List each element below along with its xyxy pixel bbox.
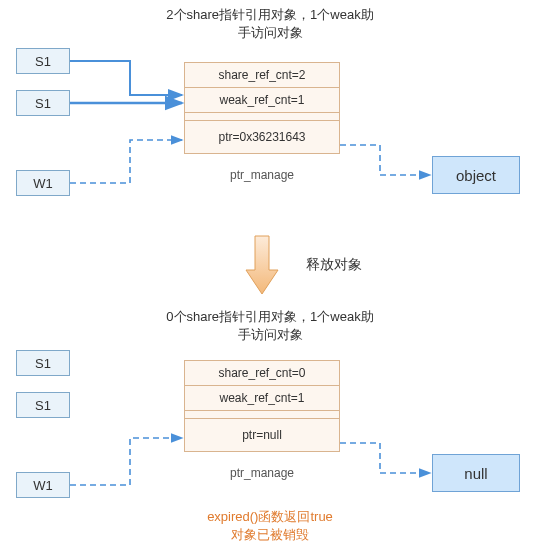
footer-line2: 对象已被销毁	[231, 527, 309, 542]
top-gap	[185, 113, 339, 121]
bottom-share-ref: share_ref_cnt=0	[185, 361, 339, 386]
bottom-weak-ref: weak_ref_cnt=1	[185, 386, 339, 411]
top-object-label: object	[456, 167, 496, 184]
top-manage-label: ptr_manage	[230, 168, 294, 182]
top-share-ref: share_ref_cnt=2	[185, 63, 339, 88]
top-w1-box: W1	[16, 170, 70, 196]
bottom-w1-box: W1	[16, 472, 70, 498]
bottom-manage-label: ptr_manage	[230, 466, 294, 480]
top-manage-box: share_ref_cnt=2 weak_ref_cnt=1 ptr=0x362…	[184, 62, 340, 154]
top-object-box: object	[432, 156, 520, 194]
bottom-manage-box: share_ref_cnt=0 weak_ref_cnt=1 ptr=null	[184, 360, 340, 452]
bottom-gap	[185, 411, 339, 419]
top-s1b-label: S1	[35, 96, 51, 111]
bottom-w1-label: W1	[33, 478, 53, 493]
bottom-s1a-box: S1	[16, 350, 70, 376]
bottom-s1b-box: S1	[16, 392, 70, 418]
bottom-object-label: null	[464, 465, 487, 482]
bottom-s1a-label: S1	[35, 356, 51, 371]
bottom-title-line2: 手访问对象	[238, 327, 303, 342]
top-w1-label: W1	[33, 176, 53, 191]
top-s1a-label: S1	[35, 54, 51, 69]
release-label: 释放对象	[306, 256, 362, 274]
top-title-line2: 手访问对象	[238, 25, 303, 40]
bottom-object-box: null	[432, 454, 520, 492]
top-s1a-box: S1	[16, 48, 70, 74]
bottom-s1b-label: S1	[35, 398, 51, 413]
top-s1b-box: S1	[16, 90, 70, 116]
top-title: 2个share指针引用对象，1个weak助 手访问对象	[120, 6, 420, 42]
top-weak-ref: weak_ref_cnt=1	[185, 88, 339, 113]
footer-text: expired()函数返回true 对象已被销毁	[120, 508, 420, 544]
bottom-ptr: ptr=null	[185, 419, 339, 451]
bottom-title-line1: 0个share指针引用对象，1个weak助	[166, 309, 373, 324]
release-arrow-icon	[244, 234, 280, 296]
footer-line1: expired()函数返回true	[207, 509, 333, 524]
top-title-line1: 2个share指针引用对象，1个weak助	[166, 7, 373, 22]
bottom-title: 0个share指针引用对象，1个weak助 手访问对象	[120, 308, 420, 344]
top-ptr: ptr=0x36231643	[185, 121, 339, 153]
